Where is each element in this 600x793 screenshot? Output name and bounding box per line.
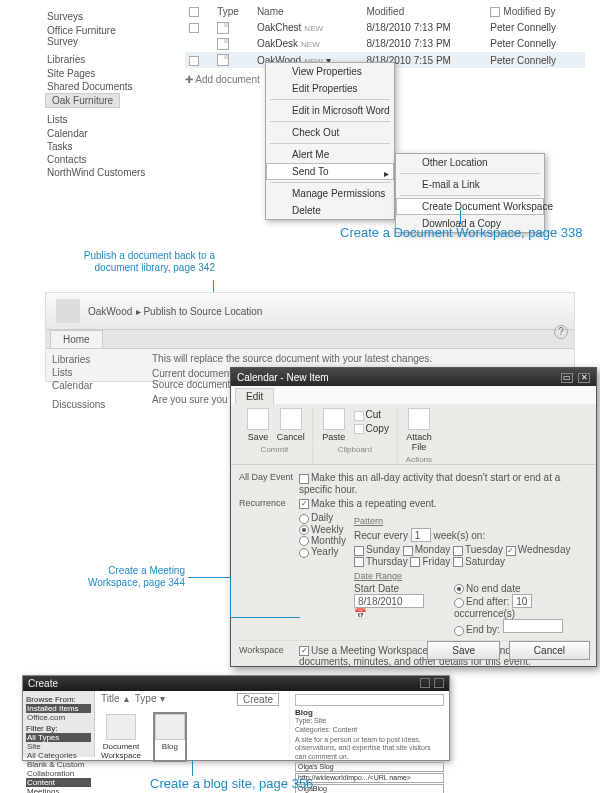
url-name-input[interactable]: OlgaBlog (295, 784, 444, 793)
nav-item-oakfurniture[interactable]: Oak Furniture (45, 93, 120, 108)
endafter-input[interactable]: 10 (512, 594, 532, 608)
nav-item-shareddocs[interactable]: Shared Documents (45, 80, 150, 93)
menu-email-link[interactable]: E-mail a Link (396, 176, 544, 193)
sidebar-installed-items[interactable]: Installed Items (26, 704, 91, 713)
cb-saturday[interactable] (453, 557, 463, 567)
menu-create-doc-workspace[interactable]: Create Document Workspace (396, 198, 544, 215)
chevron-icon[interactable]: ▴ (124, 693, 129, 704)
sidebar-all-types[interactable]: All Types (26, 733, 91, 742)
recurrence-checkbox[interactable] (299, 499, 309, 509)
menu-send-to[interactable]: Send To▸ (266, 163, 394, 180)
menu-edit-word[interactable]: Edit in Microsoft Word (266, 102, 394, 119)
col-check[interactable] (185, 4, 213, 19)
cancel-button[interactable]: Cancel (276, 408, 306, 442)
close-icon[interactable] (434, 678, 444, 688)
save-button[interactable]: Save (243, 408, 273, 442)
tile-document-workspace[interactable]: Document Workspace (101, 714, 141, 760)
copy-icon (354, 424, 364, 434)
radio-daily[interactable] (299, 514, 309, 524)
menu-manage-permissions[interactable]: Manage Permissions (266, 185, 394, 202)
breadcrumb-site[interactable]: OakWood (88, 306, 132, 317)
endby-input[interactable] (503, 619, 563, 633)
row-allday: All Day Event Make this an all-day activ… (239, 472, 588, 495)
maximize-icon[interactable] (420, 678, 430, 688)
row-by[interactable]: Peter Connelly (486, 52, 585, 68)
radio-monthly[interactable] (299, 536, 309, 546)
row-name[interactable]: OakDesk (257, 38, 298, 49)
callout-doc-workspace: Create a Document Workspace, page 338 (340, 225, 583, 241)
start-date-input[interactable]: 8/18/2010 (354, 594, 424, 608)
menu-edit-properties[interactable]: Edit Properties (266, 80, 394, 97)
dialog-save-button[interactable]: Save (427, 641, 500, 660)
side-calendar[interactable]: Calendar (52, 379, 140, 392)
nav-item-calendar[interactable]: Calendar (45, 127, 150, 140)
help-icon[interactable]: ? (554, 325, 568, 339)
tile-blog[interactable]: Blog (155, 714, 185, 760)
menu-view-properties[interactable]: View Properties (266, 63, 394, 80)
table-row[interactable]: OakChestNEW 8/18/2010 7:13 PM Peter Conn… (185, 19, 585, 35)
allday-checkbox[interactable] (299, 474, 309, 484)
tab-edit[interactable]: Edit (235, 388, 274, 404)
radio-weekly[interactable] (299, 525, 309, 535)
cut-button[interactable]: Cut (352, 408, 391, 422)
col-modifiedby[interactable]: Modified By (486, 4, 585, 19)
radio-noend[interactable] (454, 584, 464, 594)
radio-endafter[interactable] (454, 598, 464, 608)
radio-endby[interactable] (454, 626, 464, 636)
copy-button[interactable]: Copy (352, 422, 391, 436)
chevron-icon[interactable]: ▾ (160, 693, 165, 704)
sidebar-collaboration[interactable]: Collaboration (26, 769, 91, 778)
cb-wednesday[interactable] (506, 546, 516, 556)
menu-delete[interactable]: Delete (266, 202, 394, 219)
cb-tuesday[interactable] (453, 546, 463, 556)
menu-alert-me[interactable]: Alert Me (266, 146, 394, 163)
cb-friday[interactable] (410, 557, 420, 567)
create-titlebar[interactable]: Create (23, 676, 449, 691)
nav-item-tasks[interactable]: Tasks (45, 140, 150, 153)
sidebar-site[interactable]: Site (26, 742, 91, 751)
recur-interval-input[interactable]: 1 (411, 528, 431, 542)
workspace-checkbox[interactable] (299, 646, 309, 656)
attach-file-button[interactable]: Attach File (404, 408, 434, 452)
title-input[interactable]: Olga's Slog (295, 762, 444, 772)
table-row[interactable]: OakDeskNEW 8/18/2010 7:13 PM Peter Conne… (185, 36, 585, 52)
sidebar-blank-custom[interactable]: Blank & Custom (26, 760, 91, 769)
cb-sunday[interactable] (354, 546, 364, 556)
dialog-cancel-button[interactable]: Cancel (509, 641, 590, 660)
col-type[interactable]: Type (213, 4, 253, 19)
row-check[interactable] (189, 23, 199, 33)
paste-button[interactable]: Paste (319, 408, 349, 442)
sidebar-meetings[interactable]: Meetings (26, 787, 91, 793)
dialog-titlebar[interactable]: Calendar - New Item ▭ ✕ (231, 368, 596, 386)
col-modified[interactable]: Modified (362, 4, 486, 19)
sharepoint-leftnav: Surveys Office Furniture Survey Librarie… (45, 5, 150, 179)
menu-other-location[interactable]: Other Location (396, 154, 544, 171)
row-by[interactable]: Peter Connelly (486, 19, 585, 35)
sidebar-all-categories[interactable]: All Categories (26, 751, 91, 760)
cb-monday[interactable] (403, 546, 413, 556)
sidebar-officecom[interactable]: Office.com (26, 713, 91, 722)
nav-item-sitepages[interactable]: Site Pages (45, 67, 150, 80)
radio-yearly[interactable] (299, 548, 309, 558)
col-name[interactable]: Name (253, 4, 363, 19)
calendar-icon[interactable]: 📅 (354, 608, 366, 619)
close-icon[interactable]: ✕ (578, 373, 590, 383)
create-button-top[interactable]: Create (237, 693, 279, 706)
nav-item-contacts[interactable]: Contacts (45, 153, 150, 166)
sort-type[interactable]: Type (135, 693, 157, 704)
maximize-icon[interactable]: ▭ (561, 373, 573, 383)
nav-item-survey[interactable]: Office Furniture Survey (45, 24, 150, 48)
menu-check-out[interactable]: Check Out (266, 124, 394, 141)
cb-thursday[interactable] (354, 557, 364, 567)
search-input[interactable] (295, 694, 444, 706)
tab-home[interactable]: Home (50, 330, 103, 348)
row-check[interactable] (189, 56, 199, 66)
row-name[interactable]: OakChest (257, 22, 301, 33)
nav-item-northwind[interactable]: NorthWind Customers (45, 166, 150, 179)
sidebar-content[interactable]: Content (26, 778, 91, 787)
side-lists[interactable]: Lists (52, 366, 140, 379)
side-libraries[interactable]: Libraries (52, 353, 140, 366)
row-by[interactable]: Peter Connelly (486, 36, 585, 52)
side-discussions[interactable]: Discussions (52, 398, 140, 411)
sort-title[interactable]: Title (101, 693, 120, 704)
